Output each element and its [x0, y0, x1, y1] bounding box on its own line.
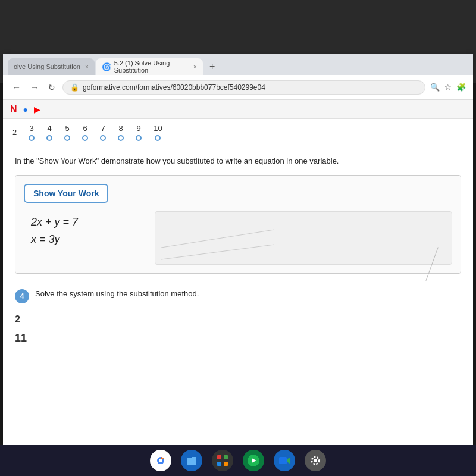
svg-point-14	[314, 459, 317, 462]
bookmark-star[interactable]: ☆	[444, 83, 452, 92]
taskbar-chrome[interactable]	[150, 450, 171, 471]
svg-line-1	[161, 245, 274, 259]
question-4-row: 4 Solve the system using the substitutio…	[15, 283, 461, 309]
page-num-10[interactable]: 10	[154, 124, 162, 141]
page-num-3[interactable]: 3	[29, 124, 35, 141]
page-8-label: 8	[119, 124, 123, 133]
question-4-badge: 4	[15, 289, 29, 303]
page-5-dot	[64, 135, 70, 141]
tab-inactive[interactable]: olve Using Substitution ×	[8, 58, 95, 75]
page-num-7[interactable]: 7	[100, 124, 106, 141]
svg-rect-9	[224, 462, 228, 466]
main-content: In the "Show Your Work" demonstrate how …	[3, 146, 473, 447]
circle-bookmark[interactable]: ●	[23, 105, 28, 114]
taskbar-apps[interactable]	[212, 450, 233, 471]
bottom-number: 11	[15, 330, 461, 347]
url-text: goformative.com/formatives/60020bbb077bc…	[83, 83, 265, 92]
tab-close-inactive[interactable]: ×	[85, 64, 89, 70]
browser-window: olve Using Substitution × 🌀 5.2 (1) Solv…	[3, 54, 473, 443]
equations-drawing-area[interactable]	[155, 211, 452, 265]
page-3-label: 3	[30, 124, 34, 133]
equations-area: 2x + y = 7 x = 3y	[24, 211, 452, 265]
svg-line-0	[161, 230, 274, 248]
svg-rect-7	[224, 455, 228, 459]
taskbar-settings[interactable]	[305, 450, 326, 471]
address-bar: ← → ↻ 🔒 goformative.com/formatives/60020…	[3, 75, 473, 100]
page-7-dot	[100, 135, 106, 141]
page-num-2[interactable]: 2	[12, 128, 17, 137]
lock-icon: 🔒	[70, 83, 79, 92]
page-num-8[interactable]: 8	[118, 124, 124, 141]
page-9-dot	[136, 135, 142, 141]
equation-2: x = 3y	[31, 233, 148, 246]
taskbar	[0, 445, 476, 476]
page-4-label: 4	[48, 124, 52, 133]
page-numbers-strip: 2 3 4 5 6 7 8	[3, 119, 473, 146]
drawing-lines	[155, 212, 452, 264]
svg-rect-12	[279, 457, 287, 464]
extension-button[interactable]: 🧩	[456, 83, 466, 92]
equations-left: 2x + y = 7 x = 3y	[24, 211, 155, 265]
page-10-label: 10	[154, 124, 162, 133]
question-4-text: Solve the system using the substitution …	[35, 289, 199, 298]
taskbar-play[interactable]	[243, 450, 264, 471]
page-9-label: 9	[137, 124, 141, 133]
nav-forward-button[interactable]: →	[28, 82, 41, 93]
page-3-dot	[29, 135, 35, 141]
page-num-4[interactable]: 4	[46, 124, 52, 141]
page-num-9[interactable]: 9	[136, 124, 142, 141]
question-box: Show Your Work 2x + y = 7 x = 3y	[15, 175, 461, 274]
page-4-dot	[46, 135, 52, 141]
tab-active[interactable]: 🌀 5.2 (1) Solve Using Substitution ×	[96, 58, 203, 75]
show-your-work-button[interactable]: Show Your Work	[24, 184, 108, 203]
search-button[interactable]: 🔍	[430, 83, 440, 92]
page-num-6[interactable]: 6	[82, 124, 88, 141]
nav-reload-button[interactable]: ↻	[46, 82, 58, 93]
page-wrapper: olve Using Substitution × 🌀 5.2 (1) Solv…	[0, 0, 476, 476]
nav-back-button[interactable]: ←	[10, 82, 23, 93]
partial-number-2: 2	[15, 314, 20, 324]
page-10-dot	[155, 135, 161, 141]
page-7-label: 7	[101, 124, 105, 133]
page-5-label: 5	[65, 124, 70, 133]
netflix-bookmark[interactable]: N	[10, 104, 17, 115]
tab-active-label: 5.2 (1) Solve Using Substitution	[114, 60, 189, 74]
tab-bar: olve Using Substitution × 🌀 5.2 (1) Solv…	[3, 54, 473, 75]
page-6-dot	[82, 135, 88, 141]
bookmarks-bar: N ● ▶	[3, 100, 473, 119]
tab-close-active[interactable]: ×	[193, 64, 197, 70]
goformative-icon: 🌀	[102, 62, 111, 71]
page-num-5[interactable]: 5	[64, 124, 70, 141]
partial-number: 2	[15, 309, 461, 330]
svg-rect-8	[217, 462, 221, 466]
tab-inactive-label: olve Using Substitution	[14, 63, 80, 70]
taskbar-meet[interactable]	[274, 450, 295, 471]
instruction-text: In the "Show Your Work" demonstrate how …	[15, 156, 461, 167]
taskbar-files[interactable]	[181, 450, 202, 471]
url-bar[interactable]: 🔒 goformative.com/formatives/60020bbb077…	[62, 80, 425, 95]
svg-rect-5	[187, 456, 192, 458]
page-6-label: 6	[83, 124, 87, 133]
bottom-number-11: 11	[15, 332, 27, 344]
svg-point-3	[159, 459, 162, 462]
page-8-dot	[118, 135, 124, 141]
svg-marker-13	[287, 458, 290, 464]
equation-1: 2x + y = 7	[31, 216, 148, 228]
new-tab-button[interactable]: +	[204, 58, 221, 75]
youtube-bookmark[interactable]: ▶	[34, 105, 40, 114]
svg-rect-6	[217, 455, 221, 459]
